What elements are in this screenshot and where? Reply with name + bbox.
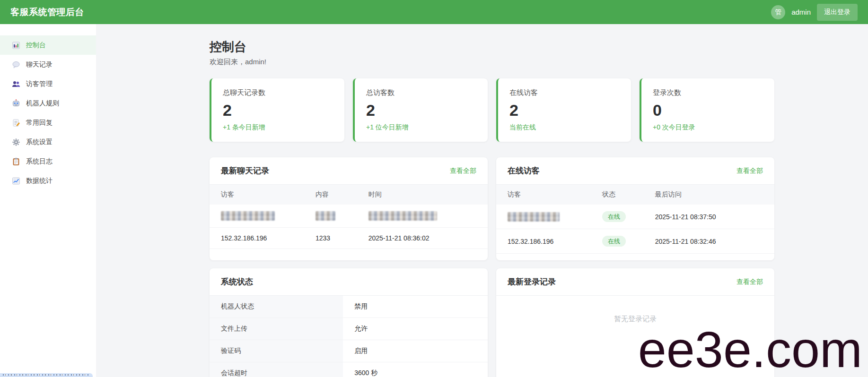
status-value: 禁用 bbox=[343, 296, 488, 317]
column-header: 访客 bbox=[210, 185, 304, 205]
status-label: 机器人状态 bbox=[210, 296, 343, 317]
sidebar-item-settings[interactable]: 系统设置 bbox=[0, 132, 96, 152]
column-header: 最后访问 bbox=[644, 185, 774, 205]
table-row: 在线 2025-11-21 08:37:50 bbox=[496, 205, 774, 229]
stat-label: 登录次数 bbox=[653, 88, 763, 97]
table-row: 152.32.186.196 在线 2025-11-21 08:32:46 bbox=[496, 229, 774, 254]
visitor-cell: 152.32.186.196 bbox=[496, 229, 591, 254]
visitor-cell: 152.32.186.196 bbox=[210, 228, 304, 249]
link-preview-text-sliver bbox=[3, 374, 90, 376]
status-row: 机器人状态 禁用 bbox=[210, 296, 488, 317]
view-all-logins-link[interactable]: 查看全部 bbox=[736, 278, 763, 286]
stat-label: 在线访客 bbox=[509, 88, 620, 97]
status-value: 启用 bbox=[343, 340, 488, 362]
status-label: 会话超时 bbox=[210, 362, 343, 377]
sidebar-item-statistics[interactable]: 数据统计 bbox=[0, 171, 96, 190]
memo-icon bbox=[12, 119, 20, 127]
panel-title: 最新登录记录 bbox=[508, 276, 556, 287]
clipboard-icon bbox=[12, 157, 20, 166]
table-row bbox=[210, 205, 488, 228]
username: admin bbox=[791, 8, 811, 16]
status-row: 会话超时 3600 秒 bbox=[210, 362, 488, 377]
stat-value: 0 bbox=[653, 101, 763, 119]
panel-title: 最新聊天记录 bbox=[221, 165, 269, 176]
system-status-list: 机器人状态 禁用 文件上传 允许 验证码 启用 会话超时 bbox=[210, 296, 488, 377]
link-preview-statusbar bbox=[0, 373, 93, 377]
redacted-time-cell bbox=[368, 211, 437, 221]
panel-title: 系统状态 bbox=[221, 276, 253, 287]
sidebar-item-label: 控制台 bbox=[26, 41, 46, 50]
stat-card-total-chats: 总聊天记录数 2 +1 条今日新增 bbox=[210, 78, 344, 142]
empty-state-text: 暂无登录记录 bbox=[496, 296, 774, 324]
stat-subtext: +1 位今日新增 bbox=[366, 123, 476, 132]
column-header: 访客 bbox=[496, 185, 591, 205]
avatar[interactable]: 管 bbox=[771, 5, 785, 19]
redacted-visitor-cell bbox=[508, 212, 560, 222]
stat-value: 2 bbox=[509, 101, 620, 119]
sidebar-item-label: 常用回复 bbox=[26, 119, 53, 127]
stat-subtext: 当前在线 bbox=[509, 123, 620, 132]
time-cell: 2025-11-21 08:32:46 bbox=[644, 229, 774, 254]
sidebar: 控制台 聊天记录 访客管理 机器人规则 常用回复 bbox=[0, 24, 96, 377]
sidebar-item-chat-history[interactable]: 聊天记录 bbox=[0, 55, 96, 74]
status-badge: 在线 bbox=[602, 211, 626, 222]
avatar-initial: 管 bbox=[775, 8, 781, 17]
stat-value: 2 bbox=[366, 101, 476, 119]
sidebar-item-label: 系统设置 bbox=[26, 138, 53, 146]
recent-chats-table: 访客 内容 时间 bbox=[210, 185, 488, 249]
status-value: 3600 秒 bbox=[343, 362, 488, 377]
logout-button[interactable]: 退出登录 bbox=[817, 4, 858, 21]
status-value: 允许 bbox=[343, 318, 488, 340]
speech-balloon-icon bbox=[12, 60, 20, 69]
redacted-visitor-cell bbox=[221, 211, 275, 221]
page-title: 控制台 bbox=[210, 40, 774, 54]
table-row: 152.32.186.196 1233 2025-11-21 08:36:02 bbox=[210, 228, 488, 249]
panel-row-1: 最新聊天记录 查看全部 访客 内容 时间 bbox=[210, 157, 774, 260]
chart-increasing-icon bbox=[12, 177, 20, 185]
panel-title: 在线访客 bbox=[508, 165, 540, 176]
status-row: 验证码 启用 bbox=[210, 340, 488, 362]
sidebar-item-label: 访客管理 bbox=[26, 80, 53, 88]
time-cell: 2025-11-21 08:37:50 bbox=[644, 205, 774, 229]
status-badge: 在线 bbox=[602, 236, 626, 247]
busts-in-silhouette-icon bbox=[12, 80, 20, 88]
top-header: 客服系统管理后台 管 admin 退出登录 bbox=[0, 0, 868, 24]
stat-card-login-count: 登录次数 0 +0 次今日登录 bbox=[640, 78, 774, 142]
column-header: 状态 bbox=[591, 185, 644, 205]
welcome-text: 欢迎回来，admin! bbox=[210, 58, 774, 66]
sidebar-item-robot-rules[interactable]: 机器人规则 bbox=[0, 94, 96, 113]
bar-chart-icon bbox=[12, 41, 20, 50]
stat-subtext: +1 条今日新增 bbox=[223, 123, 333, 132]
sidebar-item-visitors[interactable]: 访客管理 bbox=[0, 74, 96, 94]
stat-card-total-visitors: 总访客数 2 +1 位今日新增 bbox=[353, 78, 488, 142]
system-status-panel: 系统状态 机器人状态 禁用 文件上传 允许 验证码 启用 bbox=[210, 268, 488, 377]
sidebar-item-quick-replies[interactable]: 常用回复 bbox=[0, 113, 96, 132]
sidebar-item-dashboard[interactable]: 控制台 bbox=[0, 35, 96, 55]
online-visitors-panel: 在线访客 查看全部 访客 状态 最后访问 bbox=[496, 157, 774, 260]
sidebar-item-label: 数据统计 bbox=[26, 177, 53, 185]
redacted-content-cell bbox=[316, 211, 335, 221]
robot-icon bbox=[12, 99, 20, 108]
sidebar-item-label: 系统日志 bbox=[26, 157, 53, 166]
stat-label: 总访客数 bbox=[366, 88, 476, 97]
status-row: 文件上传 允许 bbox=[210, 317, 488, 340]
sidebar-item-system-logs[interactable]: 系统日志 bbox=[0, 152, 96, 171]
panel-row-2: 系统状态 机器人状态 禁用 文件上传 允许 验证码 启用 bbox=[210, 268, 774, 377]
status-label: 文件上传 bbox=[210, 318, 343, 340]
sidebar-item-label: 聊天记录 bbox=[26, 60, 53, 69]
app-title: 客服系统管理后台 bbox=[10, 6, 84, 18]
view-all-chats-link[interactable]: 查看全部 bbox=[450, 167, 476, 175]
time-cell: 2025-11-21 08:36:02 bbox=[357, 228, 488, 249]
header-user-area: 管 admin 退出登录 bbox=[771, 4, 858, 21]
sidebar-item-label: 机器人规则 bbox=[26, 99, 59, 108]
view-all-visitors-link[interactable]: 查看全部 bbox=[736, 167, 763, 175]
main-content: 控制台 欢迎回来，admin! 总聊天记录数 2 +1 条今日新增 总访客数 2… bbox=[96, 24, 868, 377]
gear-icon bbox=[12, 138, 20, 146]
column-header: 时间 bbox=[357, 185, 488, 205]
status-label: 验证码 bbox=[210, 340, 343, 362]
stat-value: 2 bbox=[223, 101, 333, 119]
stat-card-online-visitors: 在线访客 2 当前在线 bbox=[496, 78, 631, 142]
stat-cards-row: 总聊天记录数 2 +1 条今日新增 总访客数 2 +1 位今日新增 在线访客 2… bbox=[210, 78, 774, 142]
recent-logins-panel: 最新登录记录 查看全部 暂无登录记录 bbox=[496, 268, 774, 377]
stat-subtext: +0 次今日登录 bbox=[653, 123, 763, 132]
